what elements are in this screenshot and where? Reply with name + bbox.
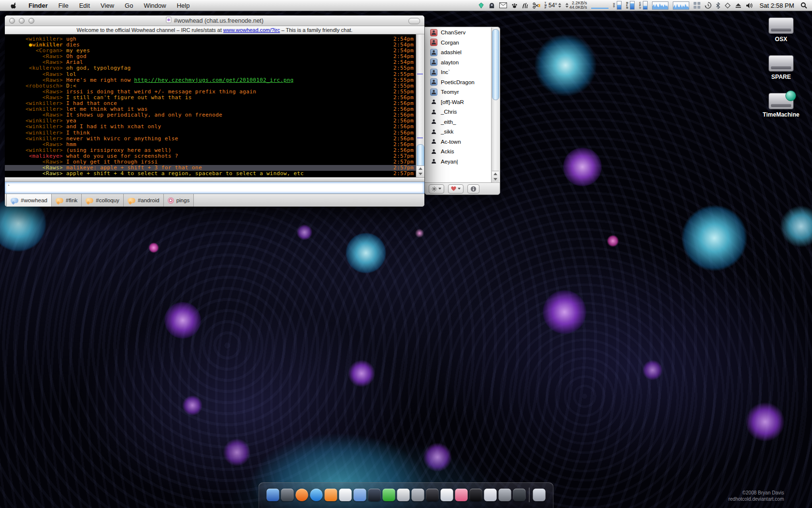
claw-icon[interactable]	[522, 2, 528, 9]
scroll-down-icon[interactable]	[493, 178, 497, 180]
dock-icon-documents[interactable]	[354, 489, 366, 501]
drawer-scrollbar[interactable]	[491, 28, 499, 182]
drawer-scrollbar-thumb[interactable]	[492, 29, 499, 100]
cpu-history-graph-2[interactable]	[673, 1, 689, 10]
dock-icon-textedit[interactable]	[339, 489, 352, 501]
member-row[interactable]: Inc`	[425, 67, 492, 77]
gem-app-icon[interactable]	[478, 2, 484, 9]
menu-clock[interactable]: Sat 2:58 PM	[757, 2, 796, 9]
bluetooth-icon[interactable]	[716, 2, 720, 9]
member-row[interactable]: adashiel	[425, 47, 492, 58]
dock-icon-trash[interactable]	[533, 489, 546, 501]
dock-icon-mail[interactable]	[281, 489, 294, 501]
zoom-button[interactable]	[29, 18, 34, 24]
member-row[interactable]: _Chris	[425, 107, 492, 117]
member-row[interactable]: alayton	[425, 58, 492, 68]
scroll-down-icon[interactable]	[419, 173, 422, 175]
shape-menu-icon[interactable]	[725, 2, 731, 9]
member-name: adashiel	[441, 49, 462, 55]
menu-help[interactable]: Help	[172, 2, 195, 9]
scroll-up-icon[interactable]	[419, 167, 422, 170]
cpu-history-graph-1[interactable]	[652, 1, 668, 10]
dock-icon-app-dark[interactable]	[513, 489, 526, 501]
tab-wowhead[interactable]: #wowhead	[6, 194, 52, 207]
close-button[interactable]	[9, 18, 15, 24]
mem-meter[interactable]: MEM	[626, 1, 635, 10]
member-row[interactable]: Teomyr	[425, 87, 492, 97]
dock-icon-safari[interactable]	[310, 489, 323, 501]
temperature-widget[interactable]: TMP 54°	[545, 2, 561, 9]
dock-icon-vlc[interactable]	[325, 489, 337, 501]
scroll-up-icon[interactable]	[493, 173, 497, 175]
spotlight-icon[interactable]	[800, 2, 807, 9]
chat-transcript[interactable]: <winkiller>ugh2:54pm●winkillerdies2:54pm…	[5, 34, 424, 177]
apple-menu-icon[interactable]	[5, 2, 23, 9]
desktop-icon-label: TimeMachine	[758, 111, 804, 118]
input-splitter[interactable]	[5, 177, 424, 182]
tab-android[interactable]: #android	[124, 194, 164, 207]
nick: <Raws>	[7, 77, 63, 83]
scissors-icon[interactable]	[533, 2, 540, 9]
paw-icon[interactable]	[511, 2, 518, 9]
menu-go[interactable]: Go	[119, 2, 138, 9]
dock-icon-colloquy[interactable]	[455, 489, 468, 501]
tab-fink[interactable]: #fink	[52, 194, 82, 207]
actions-gear-button[interactable]	[429, 184, 444, 194]
desktop-icon-timemachine[interactable]: TimeMachine	[758, 93, 804, 118]
menu-finder[interactable]: Finder	[23, 2, 53, 9]
member-row[interactable]: Corgan	[425, 38, 492, 48]
dock-icon-terminal[interactable]	[426, 489, 439, 501]
message-link[interactable]: http://hey.czechmyjugs.com/get/20100102_…	[134, 77, 293, 83]
menu-view[interactable]: View	[95, 2, 119, 9]
menu-file[interactable]: File	[53, 2, 74, 9]
member-row[interactable]: Ackis	[425, 147, 492, 157]
member-row[interactable]: Ac-town	[425, 137, 492, 147]
minimize-button[interactable]	[19, 18, 25, 24]
mail-icon[interactable]	[499, 2, 507, 8]
window-titlebar[interactable]: #wowhead (chat.us.freenode.net)	[5, 15, 424, 26]
dock-icon-firefox[interactable]	[296, 489, 308, 501]
hd-meter[interactable]: HD	[613, 1, 622, 10]
member-row[interactable]: _eith_	[425, 117, 492, 127]
network-graph-icon[interactable]	[591, 2, 609, 9]
menu-edit[interactable]: Edit	[74, 2, 95, 9]
dock-icon-transmission[interactable]	[397, 489, 410, 501]
tab-pings[interactable]: pings	[164, 194, 194, 207]
tab-colloquy[interactable]: #colloquy	[82, 194, 124, 207]
cpu-meter[interactable]: CPU	[639, 1, 648, 10]
chat-scrollbar[interactable]	[416, 34, 424, 177]
dock-icon-photoshop[interactable]	[368, 489, 381, 501]
dock-icon-adium[interactable]	[383, 489, 395, 501]
member-row[interactable]: ChanServ	[425, 28, 492, 38]
spaces-grid-icon[interactable]	[694, 2, 700, 9]
member-row[interactable]: _sikk	[425, 127, 492, 137]
member-row[interactable]: Aeyan|	[425, 157, 492, 167]
dock-icon-itunes[interactable]	[484, 489, 497, 501]
hooded-app-icon[interactable]	[489, 2, 495, 9]
dock-icon-finder[interactable]	[267, 489, 279, 501]
info-button[interactable]	[467, 184, 479, 194]
eject-icon[interactable]	[735, 3, 741, 8]
message-text: malikeye: apple + shift + 3 for that one	[63, 165, 424, 171]
desktop-icon-spare[interactable]: SPARE	[758, 55, 804, 80]
message-input[interactable]	[6, 183, 423, 193]
message-segment: apple + shift + 4 to select a region, sp…	[66, 171, 304, 177]
time-machine-icon[interactable]	[705, 2, 711, 9]
dock-icon-x11[interactable]	[441, 489, 453, 501]
member-row[interactable]: PoeticDragon	[425, 77, 492, 88]
menu-window[interactable]: Window	[138, 2, 171, 9]
desktop-icon-osx[interactable]: OSX	[758, 17, 804, 43]
favorites-heart-button[interactable]	[448, 184, 464, 194]
dock-icon-app-gray[interactable]	[412, 489, 424, 501]
chat-message-line: <Raws>I still can't figure out what that…	[5, 95, 424, 101]
chat-scrollbar-thumb[interactable]	[417, 144, 424, 168]
message-text: Oh god	[63, 54, 424, 60]
dock-icon-quicksilver[interactable]	[470, 489, 482, 501]
timestamp: 2:56pm	[393, 130, 414, 136]
dock-icon-disk-utility[interactable]	[499, 489, 511, 501]
network-rate-widget[interactable]: 2.2KB/s 44.0KB/s	[566, 1, 587, 10]
member-row[interactable]: [off]-WaR	[425, 97, 492, 107]
drawer-toggle-button[interactable]	[408, 18, 420, 24]
volume-icon[interactable]	[746, 2, 753, 9]
topic-link[interactable]: www.wowhead.com/?irc	[223, 27, 280, 33]
